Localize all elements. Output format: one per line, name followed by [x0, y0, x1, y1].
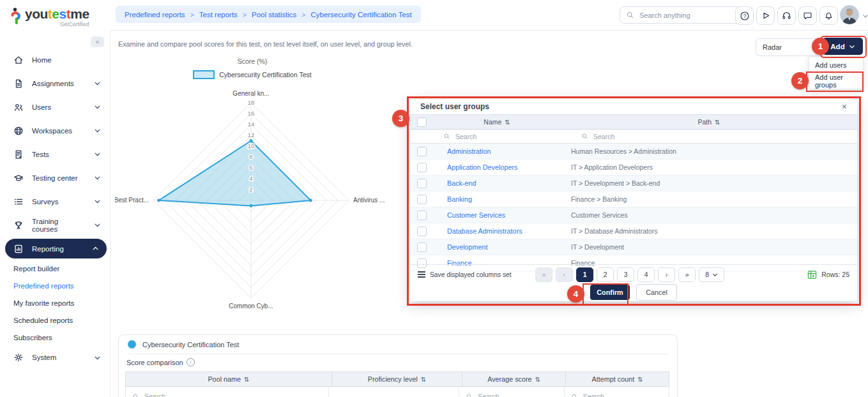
column-filter-input[interactable]: [143, 392, 190, 397]
user-group-row: Back-end IT > Development > Back-end: [410, 176, 857, 191]
sort-icon[interactable]: ⇅: [244, 376, 249, 383]
sidebar-subitem-predefined-reports[interactable]: Predefined reports: [0, 278, 110, 295]
workspaces-icon: [13, 126, 24, 136]
chat-icon: [803, 11, 812, 20]
messages-button[interactable]: [798, 6, 817, 25]
info-icon[interactable]: i: [187, 358, 195, 366]
column-header-name[interactable]: Name ⇅: [433, 115, 561, 129]
menu-item-add-users[interactable]: Add users: [809, 57, 863, 73]
search-input[interactable]: [638, 11, 717, 20]
next-page-button[interactable]: ›: [658, 267, 675, 282]
first-page-button[interactable]: «: [535, 267, 552, 282]
close-icon[interactable]: ×: [842, 102, 847, 111]
svg-text:Best Pract...: Best Pract...: [115, 197, 149, 204]
table-search-row: [410, 130, 857, 144]
sidebar-item-users[interactable]: Users: [0, 95, 110, 119]
sidebar-collapse-button[interactable]: «: [91, 36, 104, 47]
sidebar-item-surveys[interactable]: Surveys: [0, 190, 110, 213]
column-header-path[interactable]: Path ⇅: [561, 115, 857, 129]
chart-legend[interactable]: Cybersecurity Certification Test: [115, 70, 390, 79]
sidebar-subitem-subscribers[interactable]: Subscribers: [0, 329, 110, 346]
group-name-link[interactable]: Development: [433, 239, 561, 255]
sort-icon[interactable]: ⇅: [535, 376, 540, 383]
export-excel-icon[interactable]: [807, 270, 817, 280]
breadcrumb-separator: >: [243, 11, 247, 19]
sort-icon[interactable]: ⇅: [505, 119, 510, 126]
prev-page-button[interactable]: ‹: [556, 267, 573, 282]
sidebar-item-training-courses[interactable]: Training courses: [0, 213, 110, 237]
svg-text:14: 14: [248, 121, 255, 128]
annotation-step-3: 3: [392, 110, 409, 127]
confirm-button[interactable]: Confirm: [590, 285, 630, 300]
page-button-4[interactable]: 4: [637, 267, 655, 282]
breadcrumb-item[interactable]: Test reports: [199, 11, 238, 19]
breadcrumb-item[interactable]: Cybersecurity Certification Test: [310, 11, 411, 19]
breadcrumb-item[interactable]: Pool statistics: [252, 11, 296, 19]
column-header-average-score[interactable]: Average score ⇅: [462, 372, 566, 386]
column-header-proficiency-level[interactable]: Proficiency level ⇅: [332, 372, 462, 386]
filter-cell[interactable]: [459, 387, 564, 397]
select-all-checkbox[interactable]: [417, 117, 427, 127]
sidebar-item-tests[interactable]: Tests: [0, 142, 110, 166]
sidebar-subitem-report-builder[interactable]: Report builder: [0, 260, 110, 278]
page-size-select[interactable]: 8: [699, 267, 724, 282]
sidebar-item-home[interactable]: Home: [0, 48, 110, 71]
sidebar-subitem-my-favorite-reports[interactable]: My favorite reports: [0, 295, 110, 312]
tutorial-button[interactable]: [756, 6, 775, 25]
filter-cell[interactable]: [565, 387, 669, 397]
cancel-button[interactable]: Cancel: [636, 284, 677, 301]
group-name-link[interactable]: Customer Services: [433, 207, 561, 223]
search-icon: [581, 133, 588, 140]
annotation-step-4: 4: [567, 285, 584, 303]
filter-cell[interactable]: [126, 387, 329, 397]
svg-text:Antivirus ...: Antivirus ...: [353, 197, 385, 204]
page-button-3[interactable]: 3: [617, 267, 634, 282]
avatar-menu-chevron-icon[interactable]: [862, 13, 868, 19]
notifications-button[interactable]: [819, 6, 838, 25]
path-filter-input[interactable]: [592, 132, 659, 141]
group-name-link[interactable]: Banking: [433, 191, 561, 207]
row-checkbox[interactable]: [417, 227, 427, 236]
row-checkbox[interactable]: [417, 211, 427, 220]
column-filter-input[interactable]: [476, 392, 524, 397]
breadcrumb-separator: >: [190, 11, 194, 19]
group-name-link[interactable]: Administration: [433, 144, 561, 159]
group-name-link[interactable]: Application Developers: [433, 160, 561, 175]
users-icon: [13, 102, 24, 112]
sort-icon[interactable]: ⇅: [715, 119, 720, 126]
name-filter-input[interactable]: [454, 132, 521, 141]
menu-item-add-user-groups[interactable]: Add user groups: [809, 73, 863, 89]
row-checkbox[interactable]: [417, 243, 427, 252]
sidebar-subitem-scheduled-reports[interactable]: Scheduled reports: [0, 311, 110, 329]
chevron-down-icon: [94, 354, 101, 361]
column-header-attempt-count[interactable]: Attempt count ⇅: [566, 372, 669, 386]
group-name-link[interactable]: Back-end: [433, 176, 561, 191]
column-filter-input[interactable]: [582, 392, 629, 397]
modal-title: Select user groups: [420, 102, 489, 111]
page-button-1[interactable]: 1: [576, 267, 593, 282]
last-page-button[interactable]: »: [678, 267, 696, 282]
row-checkbox[interactable]: [417, 163, 427, 172]
sort-icon[interactable]: ⇅: [637, 376, 643, 383]
support-button[interactable]: [777, 6, 796, 25]
breadcrumb-item[interactable]: Predefined reports: [125, 11, 185, 19]
sidebar-item-workspaces[interactable]: Workspaces: [0, 119, 110, 142]
row-checkbox[interactable]: [417, 179, 427, 188]
group-name-link[interactable]: Database Administrators: [433, 223, 561, 239]
row-checkbox[interactable]: [417, 147, 427, 156]
app-window: youtestme GetCertified « Home Assignment…: [0, 0, 868, 397]
sidebar-item-reporting[interactable]: Reporting: [5, 239, 107, 258]
sort-icon[interactable]: ⇅: [421, 376, 426, 383]
help-button[interactable]: ?: [735, 6, 754, 25]
sidebar-item-assignments[interactable]: Assignments: [0, 71, 110, 95]
column-header-pool-name[interactable]: Pool name ⇅: [126, 372, 332, 386]
sidebar-item-system[interactable]: System: [0, 346, 110, 370]
page-button-2[interactable]: 2: [597, 267, 614, 282]
row-checkbox[interactable]: [417, 195, 427, 204]
sidebar-item-testing-center[interactable]: Testing center: [0, 166, 110, 190]
global-search[interactable]: [620, 6, 741, 24]
radar-chart: Score (%) Cybersecurity Certification Te…: [115, 57, 390, 338]
save-columns-button[interactable]: Save displayed columns set: [418, 271, 512, 278]
user-avatar[interactable]: [840, 5, 859, 24]
chevron-down-icon: [94, 198, 101, 205]
